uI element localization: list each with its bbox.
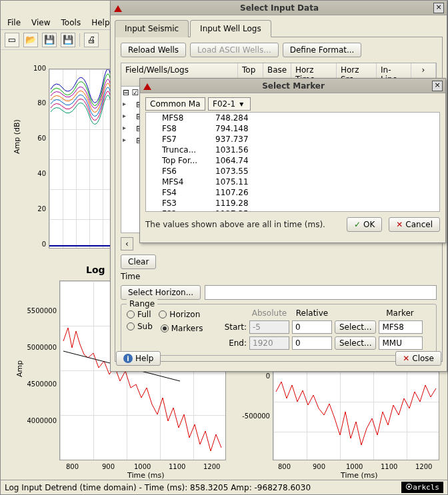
xtick: 1000: [134, 463, 151, 470]
titlebar-marker-title: Select Marker: [155, 81, 432, 91]
radio-horizon[interactable]: Horizon: [159, 310, 200, 319]
end-absolute-field: [249, 336, 289, 350]
end-relative-field[interactable]: [292, 336, 332, 350]
check-icon: ✓: [354, 220, 361, 229]
menu-view[interactable]: View: [27, 17, 54, 29]
ytick: 0: [27, 241, 46, 248]
reload-wells-button[interactable]: Reload Wells: [121, 43, 186, 57]
tree-check-icon[interactable]: ☑: [131, 88, 140, 97]
plot-detrend-trace: [273, 372, 440, 461]
radio-sub[interactable]: Sub: [127, 322, 153, 331]
ytick: 40: [27, 170, 46, 177]
ytick: -500000: [235, 412, 270, 420]
marker-row[interactable]: FS7937.737: [146, 134, 439, 145]
ok-button[interactable]: ✓OK: [347, 217, 382, 232]
ytick: 100: [27, 65, 46, 72]
marker-list[interactable]: MFS8748.284FS8794.148FS7937.737Trunca...…: [145, 112, 440, 212]
saveas-icon[interactable]: 💾: [61, 33, 75, 47]
clear-button[interactable]: Clear: [121, 254, 156, 269]
marker-note: The values shown above are all in time (…: [145, 220, 325, 229]
tab-input-well-logs[interactable]: Input Well Logs: [190, 20, 271, 37]
ytick: 4000000: [19, 417, 57, 424]
xtick: 1200: [203, 463, 220, 470]
end-marker-field[interactable]: [379, 336, 423, 350]
end-select-marker-button[interactable]: Select...: [335, 336, 376, 350]
xtick: 900: [102, 463, 115, 470]
tree-expand-icon[interactable]: ⊟: [121, 88, 131, 97]
scroll-left-icon[interactable]: ‹: [121, 237, 133, 250]
radio-full[interactable]: Full: [127, 310, 151, 319]
ytick: 4500000: [19, 380, 57, 388]
horizon-field[interactable]: [205, 285, 437, 300]
save-icon[interactable]: 💾: [42, 33, 57, 47]
menu-tools[interactable]: Tools: [57, 17, 85, 29]
plot-amp-db: [49, 69, 112, 248]
marker-row[interactable]: MFS8748.284: [146, 113, 439, 123]
start-marker-field[interactable]: [379, 320, 423, 334]
titlebar-marker: Select Marker ×: [140, 79, 445, 93]
start-select-marker-button[interactable]: Select...: [335, 320, 376, 334]
time-label: Time: [121, 272, 437, 281]
common-marker-dropdown[interactable]: Common Ma: [145, 97, 205, 111]
plot-bl-ylabel: Amp: [15, 360, 24, 377]
xtick: 800: [278, 463, 291, 470]
load-ascii-wells-button[interactable]: Load ASCII Wells...: [190, 43, 279, 57]
tab-input-seismic[interactable]: Input Seismic: [115, 20, 189, 37]
start-relative-field[interactable]: [292, 320, 332, 334]
status-text: Log Input Detrend (time domain) - Time (…: [5, 483, 311, 492]
start-absolute-field: [249, 320, 289, 334]
status-bar: Log Input Detrend (time domain) - Time (…: [1, 480, 447, 494]
help-button[interactable]: iHelp: [116, 351, 161, 366]
ytick: 5000000: [19, 344, 57, 351]
start-label: Start:: [220, 322, 247, 332]
ytick: 60: [27, 135, 46, 142]
close-button[interactable]: ✕Close: [395, 351, 441, 366]
marker-row[interactable]: FS31119.28: [146, 198, 439, 209]
titlebar-input-title: Select Input Data: [125, 3, 433, 13]
xtick: 900: [313, 463, 325, 470]
titlebar-input: Select Input Data ×: [111, 1, 447, 15]
new-icon[interactable]: ▭: [5, 33, 19, 47]
close-icon[interactable]: ×: [432, 81, 443, 91]
col-relative: Relative: [292, 308, 332, 318]
define-format-button[interactable]: Define Format...: [283, 43, 362, 57]
cancel-x-icon: ✕: [396, 220, 403, 229]
xtick: 1200: [415, 463, 432, 470]
well-dropdown[interactable]: F02-1 ▾: [208, 97, 251, 111]
print-icon[interactable]: 🖨: [84, 33, 99, 47]
xtick: 1100: [169, 463, 185, 470]
marker-row[interactable]: Trunca...1031.56: [146, 145, 439, 155]
help-icon: i: [123, 354, 133, 363]
chevron-down-icon: ▾: [239, 99, 243, 109]
marker-row[interactable]: Top For...1064.74: [146, 155, 439, 166]
marker-row[interactable]: FS21127.35: [146, 209, 439, 212]
radio-markers[interactable]: Markers: [161, 324, 203, 333]
ytick: 0: [254, 372, 270, 380]
marker-row[interactable]: FS41107.26: [146, 187, 439, 198]
plot-bl-xlabel: Time (ms): [127, 471, 164, 480]
dialog-select-marker: Select Marker × Common Ma F02-1 ▾ MFS874…: [139, 78, 446, 243]
xtick: 1100: [381, 463, 397, 470]
end-label: End:: [220, 338, 247, 348]
marker-row[interactable]: MFS41075.11: [146, 177, 439, 187]
marker-row[interactable]: FS8794.148: [146, 123, 439, 134]
app-icon: [143, 81, 152, 91]
col-marker: Marker: [380, 308, 420, 318]
cancel-button[interactable]: ✕Cancel: [389, 217, 440, 232]
ytick: 5500000: [19, 307, 57, 314]
select-horizon-button[interactable]: Select Horizon...: [121, 285, 201, 300]
plot-detrend: [273, 371, 439, 460]
plot-top-ylabel: Amp (dB): [13, 119, 21, 154]
brand-logo: ⦿arkcls: [401, 482, 443, 493]
close-icon[interactable]: ×: [433, 3, 444, 13]
marker-row[interactable]: FS61073.55: [146, 166, 439, 177]
ytick: 80: [27, 99, 46, 107]
app-icon: [113, 3, 123, 13]
common-marker-label: Common Ma: [150, 99, 201, 109]
plot-br-xlabel: Time (ms): [341, 471, 377, 480]
open-icon[interactable]: 📂: [23, 33, 38, 47]
close-x-icon: ✕: [403, 354, 409, 363]
col-absolute: Absolute: [249, 308, 289, 318]
menu-file[interactable]: File: [3, 17, 25, 29]
ytick: 20: [27, 205, 46, 213]
